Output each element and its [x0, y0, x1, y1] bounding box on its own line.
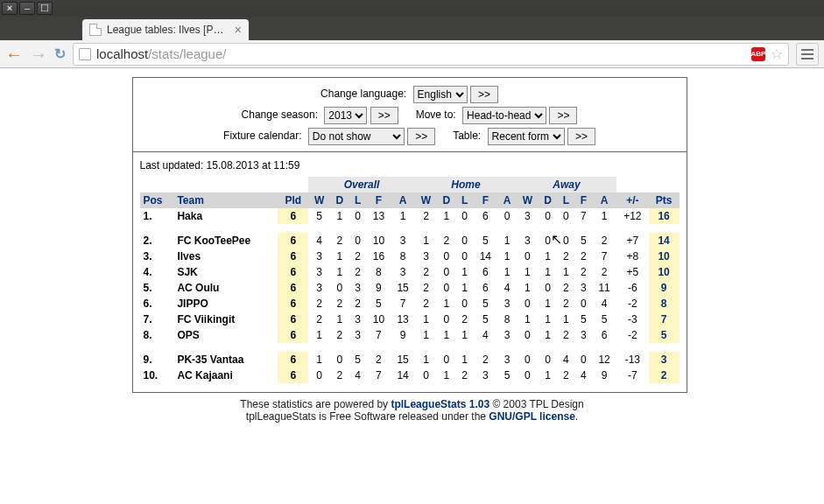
browser-toolbar: ← → ↻ localhost/stats/league/ ABP ☆ [0, 40, 824, 68]
table-row: 5.AC Oulu630391520164102311-69 [140, 280, 680, 296]
season-label: Change season: [242, 108, 321, 121]
browser-tab[interactable]: League tables: Ilves [Powe × [82, 19, 249, 40]
table-row: 4.SJK6312832016111122+510 [140, 264, 680, 280]
table-row: 7.FC Viikingit621310131025811155-37 [140, 312, 680, 327]
page-icon [89, 24, 102, 36]
col-pts: Pts [649, 192, 680, 208]
window-minimize-button[interactable]: – [19, 2, 35, 15]
window-close-button[interactable]: × [2, 2, 18, 15]
window-titlebar: × – ☐ [0, 0, 824, 17]
table-row: 8.OPS6123791114301236-25 [140, 327, 680, 343]
fixture-label: Fixture calendar: [223, 130, 305, 142]
bookmark-icon[interactable]: ☆ [771, 46, 783, 62]
tab-title: League tables: Ilves [Powe [107, 24, 229, 36]
table-go-button[interactable]: >> [567, 128, 595, 145]
table-label: Table: [453, 130, 484, 142]
language-go-button[interactable]: >> [470, 86, 498, 103]
home-header: Home [415, 177, 517, 192]
fixture-select[interactable]: Do not show [308, 128, 405, 145]
table-row: 1.Haka65101312106030071+1216 [140, 208, 680, 224]
footer-link-stats[interactable]: tplLeagueStats 1.03 [391, 398, 489, 410]
season-select[interactable]: 2013 [324, 107, 367, 124]
footer-text: These statistics are powered by tplLeagu… [132, 393, 693, 423]
league-panel: Change language: English >> Change seaso… [132, 77, 687, 393]
moveto-go-button[interactable]: >> [549, 107, 577, 124]
table-select[interactable]: Recent form [488, 128, 565, 145]
last-updated-text: Last updated: 15.08.2013 at 11:59 [140, 158, 680, 177]
window-maximize-button[interactable]: ☐ [37, 2, 53, 15]
away-header: Away [517, 177, 616, 192]
table-row: 10.AC Kajaani60247140123501249-72 [140, 368, 680, 383]
col-pos: Pos [140, 192, 174, 208]
adblock-icon[interactable]: ABP [751, 47, 765, 61]
language-select[interactable]: English [413, 86, 468, 103]
page-content: Change language: English >> Change seaso… [0, 68, 824, 504]
overall-header: Overall [308, 177, 415, 192]
league-table: Overall Home Away Pos Team Pld WDLFA WDL… [140, 177, 680, 383]
controls-bar: Change language: English >> Change seaso… [133, 78, 687, 152]
moveto-label: Move to: [416, 108, 460, 121]
address-bar[interactable]: localhost/stats/league/ ABP ☆ [73, 43, 789, 66]
url-text: localhost/stats/league/ [96, 46, 746, 61]
table-row: 6.JIPPO6222572105301204-28 [140, 296, 680, 312]
forward-button[interactable]: → [30, 46, 47, 63]
back-button[interactable]: ← [5, 46, 23, 63]
season-go-button[interactable]: >> [370, 107, 398, 124]
moveto-select[interactable]: Head-to-head [462, 107, 546, 124]
tab-close-icon[interactable]: × [235, 23, 242, 37]
fixture-go-button[interactable]: >> [407, 128, 435, 145]
site-icon [79, 48, 91, 60]
browser-tabstrip: League tables: Ilves [Powe × [0, 17, 824, 40]
col-team: Team [173, 192, 278, 208]
col-pld: Pld [278, 192, 308, 208]
reload-button[interactable]: ↻ [54, 46, 66, 62]
footer-link-license[interactable]: GNU/GPL license [489, 410, 574, 423]
table-row: 2.FC KooTeePee64201031205130052+714 [140, 233, 680, 248]
table-row: 3.Ilves631216830014101227+810 [140, 248, 680, 264]
col-plusminus: +/- [616, 192, 649, 208]
table-row: 9.PK-35 Vantaa610521510123004012-133 [140, 352, 680, 368]
hamburger-menu-button[interactable] [796, 43, 819, 66]
language-label: Change language: [320, 88, 410, 100]
